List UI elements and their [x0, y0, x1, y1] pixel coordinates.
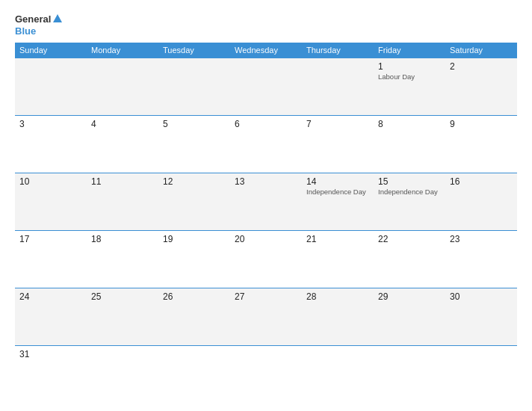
day-number: 20: [235, 234, 297, 244]
weekday-header-thursday: Thursday: [302, 43, 374, 58]
calendar-table: SundayMondayTuesdayWednesdayThursdayFrid…: [15, 43, 517, 404]
calendar-day-cell: 29: [374, 288, 445, 346]
calendar-day-cell: 12: [158, 173, 230, 231]
day-number: 15: [378, 176, 441, 187]
day-number: 25: [91, 291, 154, 302]
day-number: 21: [306, 234, 369, 244]
calendar-day-cell: 16: [445, 173, 517, 231]
calendar-day-cell: 21: [302, 231, 374, 288]
calendar-day-cell: 28: [302, 288, 374, 346]
calendar-day-cell: 11: [87, 173, 158, 231]
calendar-week-row: 17181920212223: [15, 231, 517, 288]
calendar-day-cell: [374, 346, 445, 404]
calendar-header: SundayMondayTuesdayWednesdayThursdayFrid…: [15, 43, 517, 58]
weekday-header-wednesday: Wednesday: [230, 43, 302, 58]
calendar-day-cell: [230, 346, 302, 404]
day-number: 16: [450, 176, 513, 187]
day-number: 18: [91, 234, 154, 244]
day-number: 28: [306, 291, 369, 302]
logo-triangle-icon: [53, 14, 62, 22]
day-number: 6: [235, 119, 297, 129]
calendar-day-cell: 6: [230, 116, 302, 173]
holiday-label: Independence Day: [306, 188, 369, 196]
calendar-day-cell: 30: [445, 288, 517, 346]
calendar-week-row: 24252627282930: [15, 288, 517, 346]
day-number: 8: [378, 119, 441, 129]
weekday-header-sunday: Sunday: [15, 43, 87, 58]
calendar-day-cell: [302, 346, 374, 404]
holiday-label: Labour Day: [378, 72, 441, 81]
day-number: 31: [19, 349, 82, 359]
calendar-day-cell: 1Labour Day: [374, 58, 445, 116]
day-number: 13: [235, 176, 297, 187]
logo: General Blue: [15, 13, 62, 37]
calendar-day-cell: 15Independence Day: [374, 173, 445, 231]
calendar-day-cell: 19: [158, 231, 230, 288]
logo-blue-text: Blue: [15, 25, 62, 37]
day-number: 5: [163, 119, 226, 129]
calendar-day-cell: 26: [158, 288, 230, 346]
day-number: 27: [235, 291, 297, 302]
calendar-body: 1Labour Day234567891011121314Independenc…: [15, 58, 517, 404]
calendar-day-cell: 8: [374, 116, 445, 173]
day-number: 14: [306, 176, 369, 187]
day-number: 9: [450, 119, 513, 129]
calendar-day-cell: [87, 58, 158, 116]
calendar-day-cell: 14Independence Day: [302, 173, 374, 231]
calendar-page: General Blue SundayMondayTuesdayWednesda…: [0, 0, 532, 411]
calendar-day-cell: 31: [15, 346, 87, 404]
day-number: 26: [163, 291, 226, 302]
day-number: 2: [450, 61, 513, 72]
day-number: 11: [91, 176, 154, 187]
calendar-day-cell: 9: [445, 116, 517, 173]
calendar-day-cell: 25: [87, 288, 158, 346]
calendar-day-cell: 27: [230, 288, 302, 346]
day-number: 24: [19, 291, 82, 302]
calendar-day-cell: 5: [158, 116, 230, 173]
calendar-day-cell: 18: [87, 231, 158, 288]
top-bar: General Blue: [15, 13, 517, 37]
calendar-day-cell: 22: [374, 231, 445, 288]
calendar-day-cell: 17: [15, 231, 87, 288]
day-number: 7: [306, 119, 369, 129]
calendar-day-cell: 24: [15, 288, 87, 346]
weekday-header-row: SundayMondayTuesdayWednesdayThursdayFrid…: [15, 43, 517, 58]
holiday-label: Independence Day: [378, 188, 441, 196]
calendar-day-cell: [15, 58, 87, 116]
weekday-header-saturday: Saturday: [445, 43, 517, 58]
calendar-day-cell: 3: [15, 116, 87, 173]
calendar-week-row: 1011121314Independence Day15Independence…: [15, 173, 517, 231]
calendar-day-cell: [158, 346, 230, 404]
calendar-day-cell: [302, 58, 374, 116]
calendar-week-row: 3456789: [15, 116, 517, 173]
calendar-day-cell: [158, 58, 230, 116]
day-number: 12: [163, 176, 226, 187]
calendar-week-row: 1Labour Day2: [15, 58, 517, 116]
weekday-header-monday: Monday: [87, 43, 158, 58]
calendar-day-cell: 4: [87, 116, 158, 173]
calendar-day-cell: [230, 58, 302, 116]
logo-general-text: General: [15, 13, 51, 25]
calendar-day-cell: 20: [230, 231, 302, 288]
calendar-week-row: 31: [15, 346, 517, 404]
day-number: 30: [450, 291, 513, 302]
calendar-day-cell: 10: [15, 173, 87, 231]
calendar-day-cell: 23: [445, 231, 517, 288]
day-number: 23: [450, 234, 513, 244]
day-number: 1: [378, 61, 441, 72]
calendar-day-cell: [445, 346, 517, 404]
day-number: 22: [378, 234, 441, 244]
weekday-header-friday: Friday: [374, 43, 445, 58]
day-number: 19: [163, 234, 226, 244]
day-number: 10: [19, 176, 82, 187]
day-number: 17: [19, 234, 82, 244]
calendar-day-cell: [87, 346, 158, 404]
day-number: 29: [378, 291, 441, 302]
day-number: 4: [91, 119, 154, 129]
calendar-day-cell: 13: [230, 173, 302, 231]
weekday-header-tuesday: Tuesday: [158, 43, 230, 58]
calendar-day-cell: 2: [445, 58, 517, 116]
day-number: 3: [19, 119, 82, 129]
calendar-day-cell: 7: [302, 116, 374, 173]
